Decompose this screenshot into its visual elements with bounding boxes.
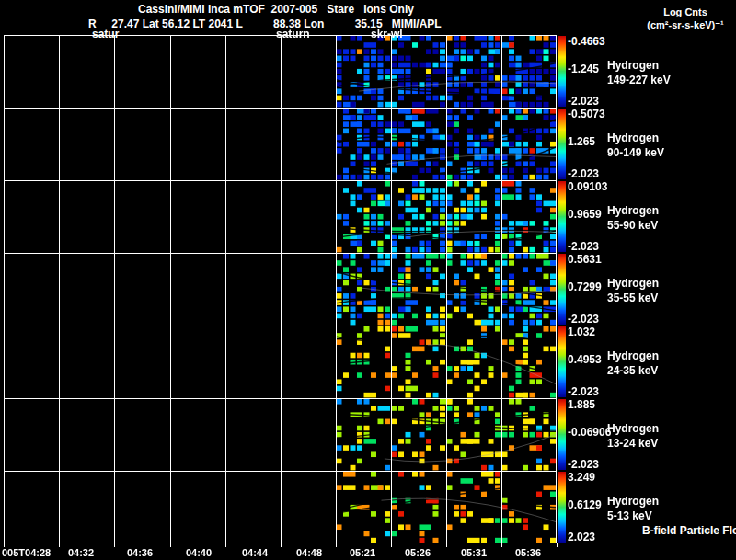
- colorbar-max-label: -0.5073: [568, 109, 605, 120]
- colorbar: [558, 109, 566, 179]
- species-label: Hydrogen: [607, 349, 659, 363]
- colorbar-mid-label: 0.6129: [568, 499, 602, 510]
- colorbar-min-label: -2.023: [568, 168, 599, 179]
- colorbar-max-label: 0.5631: [568, 254, 602, 265]
- axis-tick: [170, 543, 171, 547]
- species-label: Hydrogen: [607, 494, 659, 509]
- colorbar-mid-label: 1.265: [568, 136, 595, 147]
- colorbar-max-label: 1.032: [568, 326, 595, 337]
- colorbar-min-label: -2.023: [568, 241, 599, 252]
- species-label: Hydrogen: [607, 131, 659, 145]
- colorbar: [558, 181, 566, 252]
- colorbar-min-label: -2.023: [568, 314, 599, 325]
- energy-range-label: 90-149 keV: [607, 145, 664, 160]
- colorbar-min-label: -2.023: [568, 96, 599, 107]
- units-label-line1: Log Cnts: [663, 6, 707, 17]
- colorbar-min-label: -2.023: [568, 386, 599, 397]
- time-tick-label: 04:36: [127, 547, 153, 558]
- colorbar-max-label: -0.4663: [568, 36, 605, 47]
- colorbar: [558, 36, 566, 107]
- axis-tick: [446, 543, 447, 547]
- colorbar-max-label: 0.09103: [568, 181, 607, 192]
- time-tick-label: 05:31: [461, 547, 487, 558]
- column-grid-line: [225, 35, 226, 543]
- column-grid-line: [501, 35, 502, 543]
- colorbar-max-label: 1.885: [568, 399, 595, 410]
- colorbar: [558, 326, 566, 397]
- page-title: Cassini/MIMI Inca mTOF 2007-005 Stare Io…: [138, 4, 414, 16]
- time-tick-label: 005T04:28: [2, 547, 51, 558]
- energy-range-label: 35-55 keV: [607, 291, 658, 305]
- colorbar-mid-label: 0.7299: [568, 281, 602, 292]
- colorbar: [558, 472, 566, 543]
- time-tick-label: 04:44: [242, 547, 268, 558]
- colorbar-min-label: 2.023: [568, 531, 595, 543]
- axis-tick: [281, 543, 282, 547]
- time-tick-label: 04:40: [186, 547, 212, 558]
- colorbar: [558, 254, 566, 325]
- colorbar: [558, 399, 566, 470]
- energy-range-label: 24-35 keV: [607, 363, 658, 378]
- spectrogram-screen: Cassini/MIMI Inca mTOF 2007-005 Stare Io…: [0, 0, 736, 560]
- colorbar-min-label: -2.023: [568, 459, 599, 470]
- energy-range-label: 55-90 keV: [607, 218, 658, 233]
- colorbar-mid-label: -1.245: [568, 63, 599, 74]
- column-grid-line: [391, 35, 392, 543]
- energy-range-label: 149-227 keV: [607, 73, 671, 87]
- bfield-flow-label: B-field Particle Flow: [642, 525, 736, 537]
- species-label: Hydrogen: [607, 203, 659, 218]
- time-tick-label: 05:36: [515, 547, 541, 558]
- column-grid-line: [170, 35, 171, 543]
- colorbar-mid-label: 0.4953: [568, 354, 602, 365]
- colorbar-mid-label: -0.06906: [568, 427, 611, 438]
- column-grid-line: [446, 35, 447, 543]
- axis-tick: [501, 543, 502, 547]
- units-label-line2: (cm²-sr-s-keV)⁻¹: [647, 19, 723, 30]
- time-tick-label: 05:26: [405, 547, 431, 558]
- axis-tick: [225, 543, 226, 547]
- energy-range-label: 5-13 keV: [607, 509, 652, 523]
- time-tick-label: 04:48: [296, 547, 322, 558]
- column-grid-line: [336, 35, 337, 543]
- species-label: Hydrogen: [607, 276, 659, 291]
- colorbar-mid-label: 0.9659: [568, 209, 602, 220]
- colorbar-max-label: 3.249: [568, 472, 595, 483]
- axis-tick: [336, 543, 337, 547]
- axis-tick: [391, 543, 392, 547]
- axis-tick: [59, 543, 60, 547]
- axis-tick: [114, 543, 115, 547]
- time-tick-label: 05:21: [350, 547, 375, 558]
- energy-range-label: 13-24 keV: [607, 436, 658, 451]
- column-grid-line: [59, 35, 60, 543]
- species-label: Hydrogen: [607, 421, 659, 436]
- time-tick-label: 04:32: [68, 547, 94, 558]
- species-label: Hydrogen: [607, 58, 659, 73]
- column-grid-line: [114, 35, 115, 543]
- column-grid-line: [281, 35, 282, 543]
- axis-tick: [557, 543, 558, 547]
